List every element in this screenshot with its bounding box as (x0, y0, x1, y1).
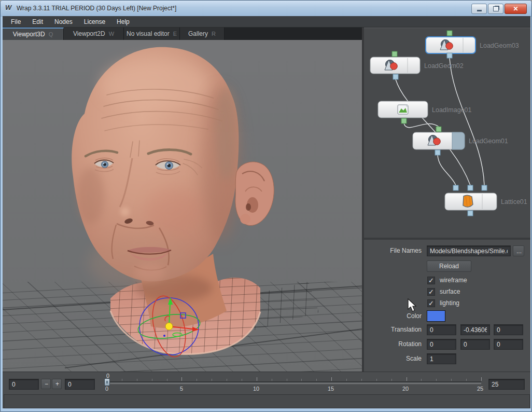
timeline-handle[interactable] (104, 378, 110, 386)
viewport-3d-canvas[interactable] (3, 40, 362, 372)
scale-label: Scale (367, 353, 422, 364)
tab-shortcut: R (212, 31, 216, 37)
window-titlebar[interactable]: W Wrap 3.3.11 TRIAL PERIOD (30 Days Left… (1, 1, 531, 17)
timeline-tick-label: 0 (101, 386, 113, 392)
timeline-bar: − + 0 0 5 10 15 20 25 (3, 372, 530, 394)
tab-shortcut: Q (49, 31, 53, 37)
properties-panel: File Names ... Reload ✓ wireframe ✓ surf… (364, 240, 530, 372)
tab-label: No visual editor (127, 30, 170, 37)
app-logo-icon: W (5, 4, 14, 12)
tab-no-visual-editor[interactable]: No visual editor E (124, 28, 180, 40)
menu-item-nodes[interactable]: Nodes (49, 17, 78, 27)
node-wires (396, 58, 484, 185)
head-model (72, 47, 321, 359)
lattice-icon (463, 195, 473, 207)
node-input-connector[interactable] (453, 185, 458, 190)
timeline-slider[interactable]: 0 0 5 10 15 20 25 (105, 372, 485, 394)
status-bar (4, 394, 530, 408)
check-icon: ✓ (428, 277, 434, 284)
tab-shortcut: W (109, 31, 114, 37)
node-label: LoadGeom02 (424, 62, 464, 70)
rotation-x-input[interactable] (427, 339, 456, 350)
frame-decrement-button[interactable]: − (41, 379, 51, 389)
node-editor[interactable]: LoadGeom03 LoadGeom02 (364, 28, 530, 238)
timeline-tick-label: 5 (175, 386, 188, 392)
checkbox-wireframe[interactable]: ✓ (427, 277, 435, 284)
viewport-tabbar: Viewport3D Q Viewport2D W No visual edit… (3, 28, 362, 40)
timeline-tick-label: 10 (250, 386, 262, 392)
close-button[interactable]: ✕ (505, 4, 527, 14)
restore-icon (493, 6, 499, 11)
checkbox-label-wireframe: wireframe (440, 277, 467, 284)
menu-item-edit[interactable]: Edit (26, 17, 49, 27)
node-input-connector[interactable] (392, 51, 397, 57)
node-output-connector[interactable] (393, 74, 398, 79)
timeline-tick-label: 15 (325, 386, 337, 392)
tab-viewport2d[interactable]: Viewport2D W (64, 28, 124, 40)
node-input-connector[interactable] (468, 185, 473, 190)
timeline-track[interactable] (107, 381, 481, 384)
rotation-label: Rotation (367, 339, 422, 350)
rotation-z-input[interactable] (494, 339, 523, 350)
minimize-button[interactable] (471, 4, 487, 14)
node-output-connector[interactable] (468, 211, 473, 216)
check-icon: ✓ (428, 299, 434, 307)
menubar: File Edit Nodes License Help (3, 16, 530, 28)
node-lattice01[interactable]: Lattice01 (445, 185, 527, 216)
rotation-y-input[interactable] (460, 339, 490, 350)
node-label: LoadImage01 (432, 106, 472, 114)
menu-item-help[interactable]: Help (111, 17, 135, 27)
close-icon: ✕ (513, 5, 518, 12)
menu-item-license[interactable]: License (78, 17, 111, 27)
node-output-connector[interactable] (435, 150, 440, 155)
color-swatch[interactable] (427, 310, 445, 322)
application-window: W Wrap 3.3.11 TRIAL PERIOD (30 Days Left… (0, 0, 532, 412)
image-icon (398, 105, 408, 114)
tab-gallery[interactable]: Gallery R (180, 28, 225, 40)
restore-button[interactable] (488, 4, 503, 14)
checkbox-lighting[interactable]: ✓ (427, 299, 435, 307)
minimize-icon (477, 10, 482, 11)
viewport-3d[interactable] (3, 40, 362, 372)
frame-increment-button[interactable]: + (52, 379, 62, 389)
timeline-tick-label: 20 (399, 386, 412, 392)
node-output-connector[interactable] (401, 118, 407, 123)
wire-loadimage01-loadgeom01 (404, 123, 439, 128)
reload-button[interactable]: Reload (427, 260, 471, 272)
range-start-input[interactable] (65, 379, 95, 390)
node-input-connector[interactable] (447, 31, 452, 36)
file-name-input[interactable] (427, 245, 511, 256)
file-names-label: File Names (367, 245, 422, 256)
node-label: LoadGeom01 (469, 138, 508, 145)
checkbox-label-lighting: lighting (440, 299, 459, 307)
tab-label: Gallery (188, 30, 208, 37)
translation-z-input[interactable] (494, 324, 523, 335)
tab-label: Viewport3D (13, 31, 45, 38)
translation-label: Translation (367, 324, 422, 335)
gizmo-center-handle[interactable] (165, 323, 173, 330)
node-loadgeom03[interactable]: LoadGeom03 (426, 31, 519, 58)
window-title: Wrap 3.3.11 TRIAL PERIOD (30 Days Left) … (17, 5, 176, 12)
node-input-connector[interactable] (436, 127, 441, 132)
node-label: Lattice01 (501, 198, 527, 205)
tab-label: Viewport2D (73, 30, 105, 37)
tab-shortcut: E (173, 31, 177, 37)
app-area: File Edit Nodes License Help Viewport3D … (3, 16, 530, 408)
tab-viewport3d[interactable]: Viewport3D Q (3, 28, 64, 40)
checkbox-surface[interactable]: ✓ (427, 288, 435, 296)
range-end-input[interactable] (488, 379, 525, 390)
node-output-connector[interactable] (447, 53, 452, 58)
node-loadgeom01[interactable]: LoadGeom01 (413, 127, 508, 155)
scale-input[interactable] (427, 353, 456, 364)
wire-loadgeom01-lattice01 (438, 155, 456, 185)
node-input-connector[interactable] (482, 185, 487, 190)
wire-loadgeom03-lattice01 (450, 58, 484, 185)
translation-y-input[interactable] (460, 324, 490, 335)
menu-item-file[interactable]: File (5, 17, 26, 27)
node-label: LoadGeom03 (480, 42, 519, 49)
translation-x-input[interactable] (427, 324, 456, 335)
right-ear (235, 162, 274, 226)
color-label: Color (367, 311, 422, 322)
browse-button[interactable]: ... (513, 245, 524, 256)
frame-input[interactable] (9, 379, 39, 390)
